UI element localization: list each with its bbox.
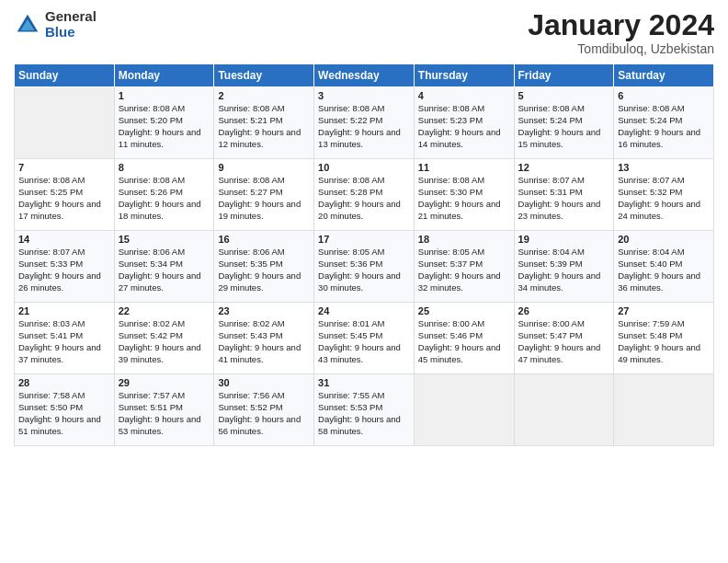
daylight: Daylight: 9 hours and 53 minutes. [119, 414, 210, 438]
cell-content: Sunrise: 8:04 AM Sunset: 5:39 PM Dayligh… [518, 247, 610, 293]
logo-blue: Blue [45, 25, 97, 40]
calendar-table: Sunday Monday Tuesday Wednesday Thursday… [14, 63, 714, 446]
daylight: Daylight: 9 hours and 16 minutes. [618, 127, 710, 151]
calendar-cell [414, 374, 514, 446]
calendar-cell: 4 Sunrise: 8:08 AM Sunset: 5:23 PM Dayli… [414, 87, 514, 159]
daylight: Daylight: 9 hours and 45 minutes. [418, 342, 510, 366]
day-number: 2 [218, 90, 310, 101]
day-number: 4 [418, 90, 510, 101]
cell-content: Sunrise: 8:01 AM Sunset: 5:45 PM Dayligh… [318, 318, 410, 365]
daylight: Daylight: 9 hours and 34 minutes. [518, 270, 610, 294]
sunset: Sunset: 5:37 PM [418, 259, 510, 270]
col-monday: Monday [114, 64, 214, 87]
sunrise: Sunrise: 8:08 AM [318, 103, 410, 115]
daylight: Daylight: 9 hours and 15 minutes. [518, 127, 610, 151]
calendar-cell: 18 Sunrise: 8:05 AM Sunset: 5:37 PM Dayl… [414, 231, 514, 303]
calendar-cell: 9 Sunrise: 8:08 AM Sunset: 5:27 PM Dayli… [214, 159, 314, 231]
cell-content: Sunrise: 8:08 AM Sunset: 5:20 PM Dayligh… [119, 103, 210, 150]
sunset: Sunset: 5:32 PM [618, 187, 710, 199]
sunset: Sunset: 5:23 PM [418, 115, 510, 127]
sunset: Sunset: 5:25 PM [18, 187, 110, 199]
cell-content: Sunrise: 8:07 AM Sunset: 5:31 PM Dayligh… [518, 175, 610, 222]
calendar-cell: 29 Sunrise: 7:57 AM Sunset: 5:51 PM Dayl… [114, 374, 214, 446]
calendar-cell: 27 Sunrise: 7:59 AM Sunset: 5:48 PM Dayl… [614, 303, 714, 374]
calendar-cell: 15 Sunrise: 8:06 AM Sunset: 5:34 PM Dayl… [114, 231, 214, 303]
daylight: Daylight: 9 hours and 41 minutes. [218, 342, 310, 366]
daylight: Daylight: 9 hours and 11 minutes. [119, 127, 210, 151]
calendar-week-2: 7 Sunrise: 8:08 AM Sunset: 5:25 PM Dayli… [15, 159, 714, 231]
calendar-cell: 28 Sunrise: 7:58 AM Sunset: 5:50 PM Dayl… [15, 374, 115, 446]
daylight: Daylight: 9 hours and 27 minutes. [119, 270, 210, 294]
calendar-cell: 8 Sunrise: 8:08 AM Sunset: 5:26 PM Dayli… [114, 159, 214, 231]
day-number: 27 [618, 305, 710, 316]
sunset: Sunset: 5:28 PM [318, 187, 410, 199]
day-number: 9 [218, 162, 310, 173]
calendar-cell: 6 Sunrise: 8:08 AM Sunset: 5:24 PM Dayli… [614, 87, 714, 159]
calendar-cell [614, 374, 714, 446]
sunrise: Sunrise: 7:55 AM [318, 390, 410, 402]
calendar-page: General Blue January 2024 Tomdibuloq, Uz… [0, 0, 728, 563]
sunrise: Sunrise: 8:00 AM [418, 318, 510, 330]
sunrise: Sunrise: 8:07 AM [618, 175, 710, 187]
day-number: 16 [218, 234, 310, 245]
daylight: Daylight: 9 hours and 30 minutes. [318, 270, 410, 294]
col-wednesday: Wednesday [314, 64, 415, 87]
day-number: 25 [418, 305, 510, 316]
sunset: Sunset: 5:34 PM [119, 259, 210, 270]
sunset: Sunset: 5:51 PM [119, 402, 210, 414]
daylight: Daylight: 9 hours and 14 minutes. [418, 127, 510, 151]
sunrise: Sunrise: 7:57 AM [119, 390, 210, 402]
calendar-cell: 2 Sunrise: 8:08 AM Sunset: 5:21 PM Dayli… [214, 87, 314, 159]
daylight: Daylight: 9 hours and 21 minutes. [418, 199, 510, 223]
day-number: 7 [18, 162, 110, 173]
daylight: Daylight: 9 hours and 37 minutes. [18, 342, 110, 366]
col-tuesday: Tuesday [214, 64, 314, 87]
sunset: Sunset: 5:22 PM [318, 115, 410, 127]
col-sunday: Sunday [15, 64, 115, 87]
day-number: 19 [518, 234, 610, 245]
col-friday: Friday [514, 64, 614, 87]
col-saturday: Saturday [614, 64, 714, 87]
sunset: Sunset: 5:47 PM [518, 330, 610, 342]
cell-content: Sunrise: 8:02 AM Sunset: 5:43 PM Dayligh… [218, 318, 310, 365]
cell-content: Sunrise: 7:59 AM Sunset: 5:48 PM Dayligh… [618, 318, 710, 365]
sunrise: Sunrise: 8:08 AM [318, 175, 410, 187]
cell-content: Sunrise: 8:08 AM Sunset: 5:28 PM Dayligh… [318, 175, 410, 222]
sunrise: Sunrise: 8:08 AM [418, 175, 510, 187]
header: General Blue January 2024 Tomdibuloq, Uz… [14, 9, 714, 56]
sunset: Sunset: 5:33 PM [18, 259, 110, 270]
sunset: Sunset: 5:26 PM [119, 187, 210, 199]
day-number: 30 [218, 377, 310, 388]
header-row: Sunday Monday Tuesday Wednesday Thursday… [15, 64, 714, 87]
calendar-week-3: 14 Sunrise: 8:07 AM Sunset: 5:33 PM Dayl… [15, 231, 714, 303]
calendar-cell [15, 87, 115, 159]
daylight: Daylight: 9 hours and 39 minutes. [119, 342, 210, 366]
cell-content: Sunrise: 7:57 AM Sunset: 5:51 PM Dayligh… [119, 390, 210, 437]
daylight: Daylight: 9 hours and 58 minutes. [318, 414, 410, 438]
day-number: 24 [318, 305, 410, 316]
col-thursday: Thursday [414, 64, 514, 87]
day-number: 6 [618, 90, 710, 101]
daylight: Daylight: 9 hours and 56 minutes. [218, 414, 310, 438]
day-number: 31 [318, 377, 410, 388]
sunset: Sunset: 5:36 PM [318, 259, 410, 270]
daylight: Daylight: 9 hours and 32 minutes. [418, 270, 510, 294]
day-number: 28 [18, 377, 110, 388]
sunrise: Sunrise: 8:06 AM [119, 247, 210, 259]
day-number: 15 [119, 234, 210, 245]
day-number: 17 [318, 234, 410, 245]
daylight: Daylight: 9 hours and 36 minutes. [618, 270, 710, 294]
day-number: 22 [119, 305, 210, 316]
daylight: Daylight: 9 hours and 17 minutes. [18, 199, 110, 223]
day-number: 13 [618, 162, 710, 173]
sunset: Sunset: 5:24 PM [618, 115, 710, 127]
day-number: 12 [518, 162, 610, 173]
calendar-cell: 17 Sunrise: 8:05 AM Sunset: 5:36 PM Dayl… [314, 231, 415, 303]
calendar-cell: 19 Sunrise: 8:04 AM Sunset: 5:39 PM Dayl… [514, 231, 614, 303]
calendar-cell: 22 Sunrise: 8:02 AM Sunset: 5:42 PM Dayl… [114, 303, 214, 374]
month-title: January 2024 [528, 9, 714, 41]
sunset: Sunset: 5:27 PM [218, 187, 310, 199]
cell-content: Sunrise: 8:08 AM Sunset: 5:21 PM Dayligh… [218, 103, 310, 150]
cell-content: Sunrise: 8:08 AM Sunset: 5:22 PM Dayligh… [318, 103, 410, 150]
daylight: Daylight: 9 hours and 29 minutes. [218, 270, 310, 294]
